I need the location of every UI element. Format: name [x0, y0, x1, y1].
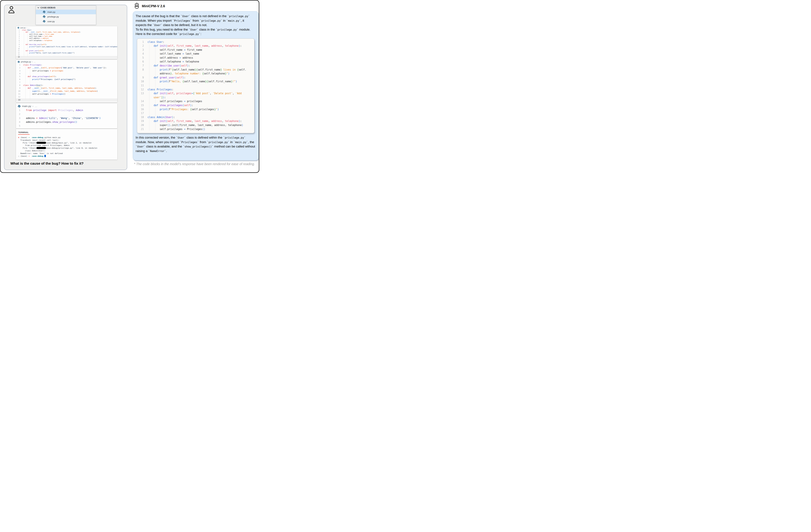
- breadcrumb-file: user.py: [20, 27, 26, 29]
- python-file-icon: [18, 61, 20, 63]
- line-number: 10: [16, 90, 20, 93]
- file-name: privilege.py: [47, 15, 59, 18]
- line-number: 9: [16, 46, 20, 48]
- question-text: What is the cause of the bug? How to fix…: [11, 161, 83, 166]
- redaction-box: [36, 142, 46, 144]
- folder-name: CASE-DEBUG: [41, 6, 56, 9]
- python-file-icon: [18, 105, 21, 108]
- code-area[interactable]: 1class User:2 def __init__(self, first_n…: [16, 29, 117, 58]
- breadcrumb-separator: ›: [26, 27, 27, 29]
- terminal-line: File "/Userscase-debug/privilege.py", li…: [18, 147, 117, 150]
- file-name: main.py: [47, 11, 55, 13]
- line-number: 8: [16, 44, 20, 46]
- line-number: 7: [16, 81, 20, 84]
- code-line: 4: [16, 72, 117, 75]
- line-number: 14: [138, 99, 144, 104]
- redaction-box: [36, 147, 46, 149]
- file-row-privilege-py[interactable]: privilege.py: [36, 14, 96, 19]
- line-number: 4: [16, 120, 20, 124]
- paragraph-text: The cause of the bug is that the: [136, 14, 181, 18]
- breadcrumb-file: privilege.py: [21, 61, 31, 63]
- rendered-code-block: 1class User:2 def init(self, first_name,…: [137, 38, 255, 134]
- code-area[interactable]: 1class Privileges:2 def __init__(self, p…: [16, 63, 117, 101]
- terminal-tab-label[interactable]: TERMINAL: [18, 131, 30, 135]
- breadcrumb[interactable]: main.py › …: [16, 104, 117, 108]
- paragraph-text: class in the: [198, 28, 216, 31]
- code-line: 5 def show_privileges(self):: [16, 75, 117, 78]
- line-number: 12: [138, 88, 144, 92]
- response-paragraph: To fix this bug, you need to define the …: [136, 27, 256, 36]
- inline-code: `main.py`: [226, 19, 241, 22]
- line-number: 19: [138, 119, 144, 123]
- code-line: 11 def greet_user(self):: [16, 50, 117, 52]
- code-line: 14: [16, 56, 117, 58]
- inline-code: `User`: [153, 24, 162, 27]
- closing-paragraph: In this corrected version, the `User` cl…: [136, 136, 256, 153]
- code-line: 1from privilege import Privileges, Admin: [16, 108, 117, 112]
- line-number: 8: [138, 68, 144, 72]
- line-number: 3: [16, 33, 20, 35]
- terminal-line: NameError: name 'User' is not defined: [18, 152, 117, 155]
- explorer-header[interactable]: CASE-DEBUG: [36, 5, 96, 10]
- code-line: 5: [16, 124, 117, 128]
- paragraph-text: from: [199, 140, 207, 144]
- line-number: 6: [16, 40, 20, 42]
- response-bubble: The cause of the bug is that the `User` …: [133, 11, 259, 160]
- terminal-output[interactable]: ⊗ (base) ➜ case-debug python main.py Tra…: [18, 136, 117, 157]
- terminal-line: ⊗ (base) ➜ case-debug python main.py: [18, 136, 117, 139]
- line-number: 8: [16, 84, 20, 87]
- code-line: 9 print(f"{self.last_name}{self.first_na…: [16, 46, 117, 48]
- paragraph-text: in: [229, 140, 233, 144]
- breadcrumb[interactable]: privilege.py › …: [16, 60, 117, 63]
- file-row-main-py[interactable]: main.py: [36, 10, 96, 14]
- line-number: 5: [16, 75, 20, 78]
- inline-code: `NameError`: [148, 150, 166, 153]
- paragraph-text: , the: [248, 140, 254, 144]
- line-number: 3: [16, 116, 20, 120]
- chevron-down-icon: [37, 6, 39, 9]
- user-avatar-icon: [8, 6, 15, 14]
- breadcrumb-separator: ›: [32, 61, 33, 63]
- code-line: 4admins.privileges.show_privileges(): [16, 120, 117, 124]
- line-number: 13: [16, 98, 20, 101]
- line-number: 10: [16, 48, 20, 50]
- line-number: 9: [138, 76, 144, 80]
- explorer-file-list: main.py privilege.py user.py: [36, 10, 96, 24]
- paragraph-text: class to be defined, but it is not.: [162, 23, 207, 27]
- line-number: [138, 96, 144, 99]
- line-number: 2: [138, 44, 144, 48]
- code-line: 1class User:: [138, 40, 253, 44]
- editor-user-py: user.py › … 1class User:2 def __init__(s…: [16, 26, 117, 59]
- code-line: 13: [16, 98, 117, 101]
- code-line: 2: [16, 112, 117, 116]
- breadcrumb-ellipsis: …: [28, 27, 30, 29]
- terminal-line: class Admin(User):: [18, 150, 117, 152]
- line-number: 7: [16, 42, 20, 44]
- code-line: 8class Admin(User):: [16, 84, 117, 87]
- terminal-line: ○ (base) ➜ case-debug: [18, 155, 117, 158]
- line-number: 20: [138, 123, 144, 127]
- line-number: 10: [138, 80, 144, 84]
- code-line: 11 self.privileges = Privileges(): [16, 93, 117, 95]
- line-number: 6: [138, 60, 144, 64]
- terminal-cursor[interactable]: [44, 155, 46, 157]
- code-area[interactable]: 1from privilege import Privileges, Admin…: [16, 108, 117, 128]
- line-number: 21: [138, 127, 144, 131]
- python-file-icon: [43, 11, 46, 13]
- file-row-user-py[interactable]: user.py: [36, 19, 96, 24]
- inline-code: `Privileges`: [180, 141, 199, 144]
- line-number: 1: [16, 29, 20, 31]
- code-line: 3 self.first_name = first_name: [16, 33, 117, 35]
- line-number: 13: [138, 92, 144, 96]
- breadcrumb-separator: ›: [32, 105, 33, 108]
- inline-code: `User`: [176, 136, 186, 139]
- terminal-line: File "/Userscase-debug/main.py", line 2,…: [18, 142, 117, 144]
- file-explorer: CASE-DEBUG main.py privilege.py user.py: [36, 5, 96, 25]
- terminal-line: from privilege import Privileges, Admin: [18, 144, 117, 147]
- code-line: 4 self.last_name = last_name: [16, 35, 117, 37]
- breadcrumb[interactable]: user.py › …: [16, 26, 117, 29]
- inline-code: `privilege.py`: [207, 141, 229, 144]
- footnote: * The code blocks in the model‘s respons…: [134, 162, 255, 166]
- figure-root: CASE-DEBUG main.py privilege.py user.py …: [0, 0, 259, 173]
- inline-code: `User`: [181, 15, 190, 18]
